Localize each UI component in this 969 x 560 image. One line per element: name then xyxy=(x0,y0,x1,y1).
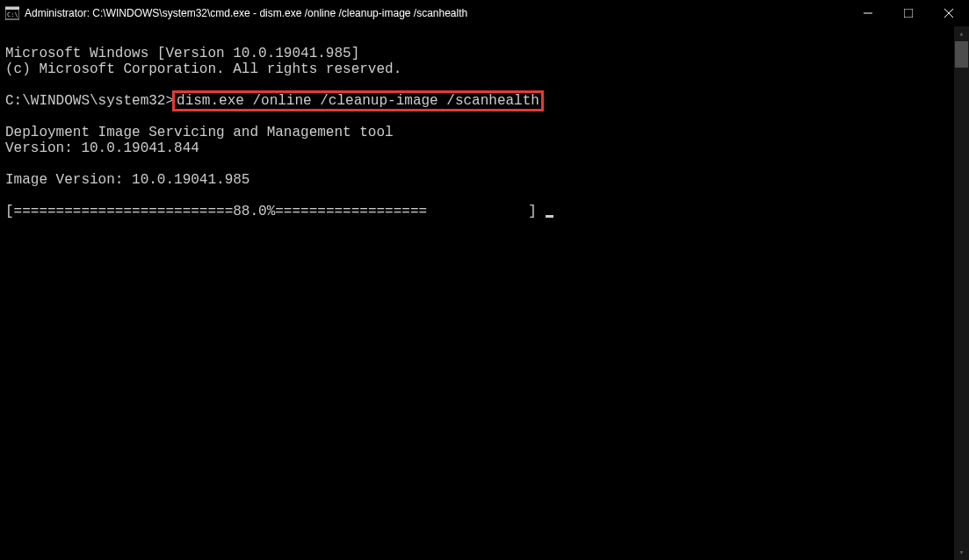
prompt-path: C:\WINDOWS\system32> xyxy=(5,93,174,109)
dism-tool-version: Version: 10.0.19041.844 xyxy=(5,140,199,156)
vertical-scrollbar[interactable]: ▴ ▾ xyxy=(954,26,969,560)
svg-rect-4 xyxy=(904,9,913,18)
scroll-thumb[interactable] xyxy=(955,41,968,68)
titlebar-left: C:\ Administrator: C:\WINDOWS\system32\c… xyxy=(5,6,467,20)
entered-command: dism.exe /online /cleanup-image /scanhea… xyxy=(177,93,539,109)
window-controls xyxy=(848,0,969,26)
dism-tool-name: Deployment Image Servicing and Managemen… xyxy=(5,125,394,140)
image-version: Image Version: 10.0.19041.985 xyxy=(5,172,249,188)
terminal-output[interactable]: Microsoft Windows [Version 10.0.19041.98… xyxy=(0,26,969,223)
window-title: Administrator: C:\WINDOWS\system32\cmd.e… xyxy=(25,7,467,19)
window-titlebar: C:\ Administrator: C:\WINDOWS\system32\c… xyxy=(0,0,969,26)
copyright-line: (c) Microsoft Corporation. All rights re… xyxy=(5,61,401,77)
svg-text:C:\: C:\ xyxy=(7,11,18,18)
command-highlight: dism.exe /online /cleanup-image /scanhea… xyxy=(172,90,544,111)
scroll-down-arrow-icon[interactable]: ▾ xyxy=(954,545,969,560)
minimize-button[interactable] xyxy=(848,0,888,26)
os-version-line: Microsoft Windows [Version 10.0.19041.98… xyxy=(5,46,359,61)
scroll-track[interactable] xyxy=(954,41,969,545)
scroll-up-arrow-icon[interactable]: ▴ xyxy=(954,26,969,41)
maximize-button[interactable] xyxy=(888,0,929,26)
progress-bar-right: ================== ] xyxy=(275,204,545,219)
close-button[interactable] xyxy=(929,0,969,26)
progress-bar-left: [========================== xyxy=(5,204,233,219)
cmd-icon: C:\ xyxy=(5,6,19,20)
terminal-cursor xyxy=(546,215,553,218)
svg-rect-1 xyxy=(5,7,19,10)
progress-percentage: 88.0% xyxy=(233,204,275,219)
